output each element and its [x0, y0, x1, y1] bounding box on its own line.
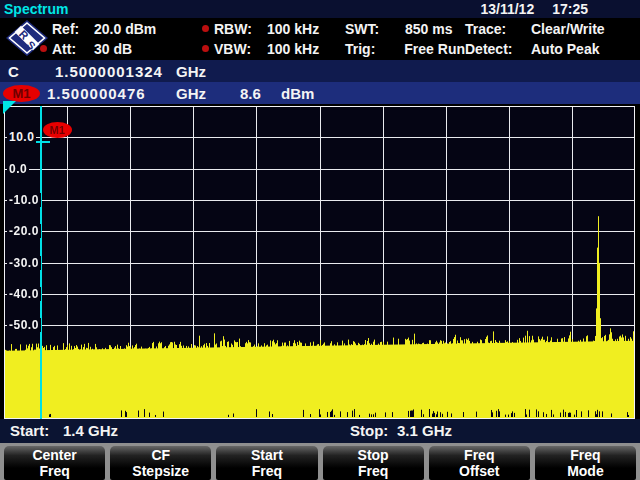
setting-value: Free Run: [404, 41, 465, 57]
softkey-label: Center: [4, 447, 105, 463]
softkey-label: Freq: [4, 463, 105, 479]
y-axis-label: -40.0: [7, 287, 41, 301]
setting-att: Att: 30 dB: [52, 39, 214, 59]
softkey-freq-mode[interactable]: Freq Mode: [535, 446, 636, 480]
softkey-label: Freq: [216, 463, 317, 479]
softkey-label: CF: [110, 447, 211, 463]
softkey-label: Stepsize: [110, 463, 211, 479]
setting-value: 850 ms: [405, 21, 452, 37]
y-axis-label: 0.0: [7, 162, 29, 176]
freq-range-row: Start: 1.4 GHz Stop: 3.1 GHz: [0, 419, 640, 443]
softkey-start-freq[interactable]: Start Freq: [216, 446, 317, 480]
coupled-bullet-icon: [202, 45, 209, 52]
title-bar: Spectrum 13/11/12 17:25: [0, 0, 640, 18]
y-axis-label: -50.0: [7, 318, 41, 332]
settings-panel: Ref: 20.0 dBm RBW: 100 kHz SWT: 850 ms T…: [52, 19, 640, 59]
softkey-label: Stop: [323, 447, 424, 463]
start-freq-label: Start:: [10, 422, 49, 439]
trace-corner-icon: [3, 101, 16, 114]
setting-value: Clear/Write: [531, 21, 605, 37]
stop-freq-value: 3.1 GHz: [397, 422, 452, 439]
setting-label: Att:: [52, 41, 94, 57]
setting-value: 100 kHz: [267, 21, 319, 37]
softkey-label: Offset: [429, 463, 530, 479]
softkey-label: Start: [216, 447, 317, 463]
setting-value: 20.0 dBm: [94, 21, 156, 37]
spectrum-plot[interactable]: [4, 106, 635, 419]
setting-swt: SWT: 850 ms: [345, 19, 465, 39]
marker-readout-row: M1 1.500000476 GHz 8.6 dBm: [0, 82, 640, 104]
marker-level-unit: dBm: [281, 85, 314, 102]
start-freq-value: 1.4 GHz: [63, 422, 118, 439]
y-axis-label: -20.0: [7, 224, 41, 238]
setting-value: 30 dB: [94, 41, 132, 57]
setting-ref: Ref: 20.0 dBm: [52, 19, 214, 39]
setting-detect: Detect: Auto Peak: [465, 39, 640, 59]
center-freq-value: 1.5000001324: [55, 63, 163, 80]
stop-freq-label: Stop:: [350, 422, 388, 439]
marker-flag-m1[interactable]: M1: [43, 122, 72, 138]
coupled-bullet-icon: [202, 25, 209, 32]
softkey-label: Freq: [535, 447, 636, 463]
time-label: 17:25: [552, 1, 588, 17]
setting-label: Ref:: [52, 21, 94, 37]
setting-label: SWT:: [345, 21, 405, 37]
coupled-bullet-icon: [40, 45, 47, 52]
analyzer-screen: Spectrum 13/11/12 17:25 R S Ref: 20.0 dB…: [0, 0, 640, 480]
app-title: Spectrum: [4, 1, 69, 17]
setting-label: VBW:: [214, 41, 267, 57]
marker-freq-unit: GHz: [176, 85, 206, 102]
center-freq-row: C 1.5000001324 GHz: [0, 60, 640, 82]
softkey-label: Freq: [323, 463, 424, 479]
marker-badge: M1: [3, 85, 40, 102]
softkey-freq-offset[interactable]: Freq Offset: [429, 446, 530, 480]
y-axis-label: -10.0: [7, 193, 41, 207]
setting-label: RBW:: [214, 21, 267, 37]
y-axis-label: -30.0: [7, 256, 41, 270]
setting-vbw: VBW: 100 kHz: [214, 39, 345, 59]
setting-value: 100 kHz: [267, 41, 319, 57]
datetime: 13/11/12 17:25: [480, 1, 588, 17]
setting-label: Trig:: [345, 41, 404, 57]
date-label: 13/11/12: [480, 1, 534, 17]
softkey-bar: Center Freq CF Stepsize Start Freq Stop …: [0, 443, 640, 480]
softkey-stop-freq[interactable]: Stop Freq: [323, 446, 424, 480]
center-freq-label: C: [8, 63, 19, 80]
setting-trace: Trace: Clear/Write: [465, 19, 640, 39]
setting-rbw: RBW: 100 kHz: [214, 19, 345, 39]
softkey-cf-stepsize[interactable]: CF Stepsize: [110, 446, 211, 480]
center-freq-unit: GHz: [176, 63, 206, 80]
setting-value: Auto Peak: [531, 41, 599, 57]
softkey-label: Freq: [429, 447, 530, 463]
marker-freq-value: 1.500000476: [47, 85, 146, 102]
marker-level-value: 8.6: [240, 85, 261, 102]
softkey-label: Mode: [535, 463, 636, 479]
setting-label: Trace:: [465, 21, 531, 37]
softkey-center-freq[interactable]: Center Freq: [4, 446, 105, 480]
setting-trig: Trig: Free Run: [345, 39, 465, 59]
y-axis-label: 10.0: [7, 130, 36, 144]
setting-label: Detect:: [465, 41, 531, 57]
